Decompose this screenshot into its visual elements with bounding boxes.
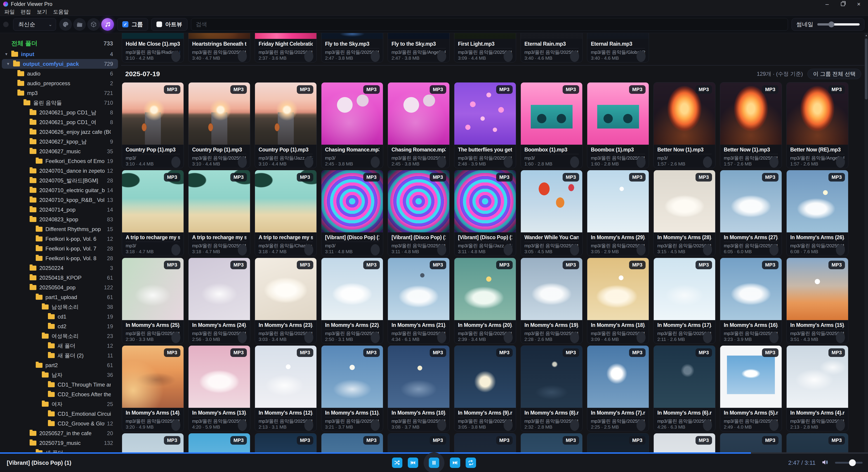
file-card[interactable]: MP3 Better Now (1).mp3 mp3/ 1:57 · 2.6 M… <box>653 82 715 168</box>
expand-chevron-icon[interactable]: ▼ <box>4 52 8 56</box>
sidebar-item[interactable]: 202502243 <box>0 263 120 273</box>
select-circle[interactable] <box>238 419 247 431</box>
select-circle[interactable] <box>570 51 579 62</box>
file-card[interactable]: MP3 Fly to the Sky.mp3 mp3/올린 음악들/Angeli… <box>388 33 450 62</box>
file-card[interactable]: MP3 In Mommy's Arms (21).... mp3/올린 음악들/… <box>388 258 450 344</box>
sidebar-item[interactable]: 20240621_pop CD1_여8 <box>0 117 120 127</box>
sidebar-item[interactable]: Feelkori_Echoes of Emotion19 <box>0 156 120 166</box>
select-circle[interactable] <box>504 156 513 168</box>
file-card[interactable]: MP3 In Mommy's Arms (29).... mp3/올린 음악들/… <box>587 170 649 256</box>
sidebar-item[interactable]: cd219 <box>0 321 120 331</box>
sidebar-item[interactable]: Different Rhythms_pop15 <box>0 224 120 234</box>
file-card[interactable]: MP3 In Mommy's Arms (9).m... mp3/올린 음악들/… <box>454 345 516 431</box>
file-card[interactable]: MP3 The butterflies you get ... mp3/올린 음… <box>454 82 516 168</box>
sidebar-item[interactable]: 여자25 <box>0 399 120 409</box>
file-card[interactable]: MP3 In Mommy's Arms (14).... mp3/올린 음악들/… <box>122 345 184 431</box>
file-card[interactable]: MP3 In Mommy's Arms (4).m... mp3/올린 음악들/… <box>786 345 848 431</box>
sort-dropdown[interactable]: 최신순⌄ <box>13 18 56 31</box>
select-circle[interactable] <box>304 419 313 431</box>
file-card[interactable]: MP3 Hold Me Close (1).mp3 mp3/올린 음악들/Rad… <box>122 33 184 62</box>
select-circle[interactable] <box>171 156 180 168</box>
select-circle[interactable] <box>238 51 247 62</box>
select-circle[interactable] <box>437 244 446 255</box>
file-card[interactable]: MP3 In Mommy's Arms (17).... mp3/올린 음악들/… <box>653 258 715 344</box>
file-card[interactable]: MP3 In Mommy's Arms (20).... mp3/올린 음악들/… <box>454 258 516 344</box>
file-card[interactable]: MP3 Heartstrings Beneath th... mp3/올린 음악… <box>188 33 250 62</box>
file-card[interactable]: MP3 In Mommy's Arms (10).... mp3/올린 음악들/… <box>388 345 450 431</box>
file-card[interactable]: MP3 Friday Night Celebratio... mp3/올린 음악… <box>255 33 317 62</box>
restore-button[interactable] <box>841 2 845 6</box>
file-card[interactable]: MP3 Boombox (1).mp3 mp3/올린 음악들/20250719.… <box>587 82 649 168</box>
select-circle[interactable] <box>504 51 513 62</box>
file-card[interactable]: MP3 In Mommy's Arms (28).... mp3/올린 음악들/… <box>653 170 715 256</box>
select-circle[interactable] <box>437 51 446 62</box>
file-card[interactable]: MP3 Country Pop (1).mp3 mp3/ 3:10 · 4.4 … <box>122 82 184 168</box>
sidebar-item[interactable]: Feelkori k-pop, Vol. 828 <box>0 253 120 263</box>
select-circle[interactable] <box>770 332 778 343</box>
sidebar-item[interactable]: 20240621_pop CD1_남8 <box>0 107 120 117</box>
file-card[interactable]: MP3 In Mommy's Arms (22).... mp3/올린 음악들/… <box>321 258 383 344</box>
select-circle[interactable] <box>371 419 380 431</box>
file-card[interactable]: MP3 In Mommy's Arms (18).... mp3/올린 음악들/… <box>587 258 649 344</box>
volume-icon[interactable] <box>822 459 829 467</box>
file-card[interactable]: MP3 In Mommy's Arms (27).... mp3/올린 음악들/… <box>720 170 782 256</box>
select-circle[interactable] <box>238 244 247 255</box>
volume-slider-knob[interactable] <box>849 459 856 466</box>
clapper-icon[interactable] <box>73 18 86 31</box>
file-card[interactable]: MP3 Eternal Rain.mp3 mp3/올린 음악들/20250719… <box>521 33 583 62</box>
file-card[interactable]: MP3 <box>388 433 450 452</box>
file-card[interactable]: MP3 A trip to recharge my s... mp3/ 3:18… <box>122 170 184 256</box>
select-circle[interactable] <box>171 51 180 62</box>
file-card[interactable]: MP3 <box>786 433 848 452</box>
group-toggle[interactable]: ✓그룹 <box>117 18 148 31</box>
menu-보기[interactable]: 보기 <box>34 8 50 15</box>
sidebar-item[interactable]: 20240626_enjoy jazz cafe (BGM) <box>0 127 120 137</box>
sidebar-item[interactable]: audio6 <box>0 69 120 78</box>
sidebar-item[interactable]: ▼output_comfyui_pack729 <box>2 59 118 69</box>
sidebar-item[interactable]: audio_preprocess2 <box>0 78 120 88</box>
select-circle[interactable] <box>637 156 646 168</box>
sidebar-item[interactable]: 남성목소리38 <box>0 302 120 312</box>
file-card[interactable]: MP3 In Mommy's Arms (23).... mp3/올린 음악들/… <box>255 258 317 344</box>
select-circle[interactable] <box>304 332 313 343</box>
scrollbar[interactable]: ▲ <box>864 33 868 452</box>
next-button[interactable] <box>450 458 460 468</box>
file-card[interactable]: MP3 <box>454 433 516 452</box>
file-card[interactable]: MP3 Country Pop (1).mp3 mp3/올린 음악들/20250… <box>188 82 250 168</box>
sidebar-item[interactable]: 20250719_music132 <box>0 438 120 448</box>
select-circle[interactable] <box>504 332 513 343</box>
pause-button[interactable] <box>429 458 439 468</box>
select-circle[interactable] <box>437 156 446 168</box>
file-card[interactable]: MP3 In Mommy's Arms (6).m... mp3/올린 음악들/… <box>653 345 715 431</box>
repeat-button[interactable] <box>466 458 476 468</box>
file-card[interactable]: MP3 A trip to recharge my s... mp3/올린 음악… <box>188 170 250 256</box>
select-circle[interactable] <box>703 332 712 343</box>
cube-icon[interactable] <box>87 18 100 31</box>
menu-편집[interactable]: 편집 <box>18 8 33 15</box>
file-card[interactable]: MP3 In Mommy's Arms (15).... mp3/올린 음악들/… <box>786 258 848 344</box>
select-circle[interactable] <box>770 156 778 168</box>
sidebar-item[interactable]: 올린 음악들710 <box>0 98 120 107</box>
sidebar-item[interactable]: 20240701_dance in zepeto12 <box>0 166 120 176</box>
artview-toggle[interactable]: 아트뷰 <box>151 18 187 31</box>
file-card[interactable]: MP3 [Vibrant] (Disco Pop) (1)... mp3/올린 … <box>454 170 516 256</box>
file-card[interactable]: MP3 <box>653 433 715 452</box>
minimize-button[interactable]: – <box>824 2 831 6</box>
expand-chevron-icon[interactable]: ▼ <box>6 62 10 66</box>
select-group-button[interactable]: 이 그룹 전체 선택 <box>807 69 861 79</box>
select-circle[interactable] <box>770 419 778 431</box>
select-circle[interactable] <box>504 419 513 431</box>
sidebar-item[interactable]: 20240823_kpop83 <box>0 215 120 224</box>
select-circle[interactable] <box>703 156 712 168</box>
file-card[interactable]: MP3 In Mommy's Arms (11).... mp3/올린 음악들/… <box>321 345 383 431</box>
file-card[interactable]: MP3 <box>255 433 317 452</box>
sidebar-item[interactable]: Feelkori k-pop, Vol. 612 <box>0 234 120 244</box>
sidebar-item[interactable]: part1_upload61 <box>0 292 120 302</box>
sidebar-header[interactable]: 전체 폴더 733 <box>0 37 120 49</box>
file-card[interactable]: MP3 In Mommy's Arms (25).... mp3/올린 음악들/… <box>122 258 184 344</box>
sidebar-item[interactable]: 20240705_발라드[BGM]28 <box>0 176 120 185</box>
select-circle[interactable] <box>570 419 579 431</box>
sidebar-item[interactable]: CD2_Groove & Glow12 <box>0 419 120 429</box>
group-checkbox[interactable]: ✓ <box>122 21 128 27</box>
select-circle[interactable] <box>371 332 380 343</box>
